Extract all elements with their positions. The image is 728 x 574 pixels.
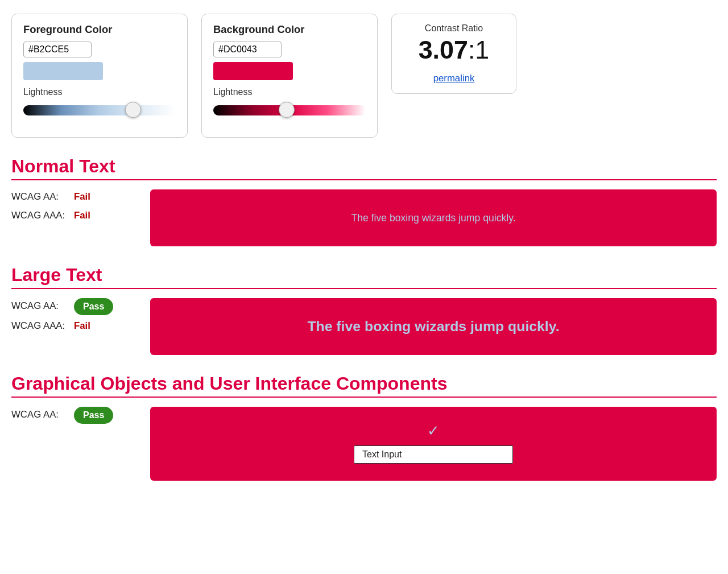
graphical-preview: ✓ <box>150 407 717 481</box>
contrast-suffix: :1 <box>468 35 489 64</box>
large-text-preview-sentence: The five boxing wizards jump quickly. <box>307 319 559 335</box>
normal-wcag-aa-label: WCAG AA: <box>11 189 68 205</box>
normal-wcag-aa-row: WCAG AA: Fail <box>11 189 136 205</box>
foreground-swatch <box>23 62 103 80</box>
contrast-label: Contrast Ratio <box>408 23 500 34</box>
background-lightness-label: Lightness <box>213 87 366 97</box>
graphical-content: WCAG AA: Pass ✓ <box>11 407 717 481</box>
graphical-wcag-aa-label: WCAG AA: <box>11 407 68 423</box>
normal-wcag-aaa-label: WCAG AAA: <box>11 208 68 224</box>
foreground-title: Foreground Color <box>23 23 176 36</box>
normal-text-content: WCAG AA: Fail WCAG AAA: Fail The five bo… <box>11 189 717 246</box>
large-text-wcag-rows: WCAG AA: Pass WCAG AAA: Fail <box>11 298 136 355</box>
foreground-lightness-track <box>23 105 176 115</box>
permalink-link[interactable]: permalink <box>433 73 475 84</box>
large-text-heading: Large Text <box>11 265 717 289</box>
normal-text-preview: The five boxing wizards jump quickly. <box>150 189 717 246</box>
large-text-preview: The five boxing wizards jump quickly. <box>150 298 717 355</box>
foreground-lightness-label: Lightness <box>23 87 176 97</box>
background-lightness-slider[interactable] <box>213 101 366 126</box>
background-panel: Background Color Lightness <box>201 14 378 138</box>
foreground-lightness-thumb[interactable] <box>125 102 141 118</box>
large-wcag-aaa-row: WCAG AAA: Fail <box>11 319 136 334</box>
graphical-heading: Graphical Objects and User Interface Com… <box>11 373 717 398</box>
large-wcag-aaa-result: Fail <box>74 319 90 334</box>
large-wcag-aa-result: Pass <box>74 298 113 315</box>
normal-wcag-aaa-result: Fail <box>74 208 90 224</box>
checkmark-icon: ✓ <box>427 424 440 439</box>
graphical-wcag-aa-result: Pass <box>74 407 113 424</box>
graphical-section: Graphical Objects and User Interface Com… <box>11 373 717 481</box>
background-title: Background Color <box>213 23 366 36</box>
graphical-wcag-rows: WCAG AA: Pass <box>11 407 136 481</box>
large-text-content: WCAG AA: Pass WCAG AAA: Fail The five bo… <box>11 298 717 355</box>
large-wcag-aa-label: WCAG AA: <box>11 299 68 314</box>
contrast-value: 3.07:1 <box>408 36 500 64</box>
normal-wcag-aaa-row: WCAG AAA: Fail <box>11 208 136 224</box>
normal-text-wcag-rows: WCAG AA: Fail WCAG AAA: Fail <box>11 189 136 246</box>
large-text-section: Large Text WCAG AA: Pass WCAG AAA: Fail … <box>11 265 717 355</box>
foreground-panel: Foreground Color Lightness <box>11 14 188 138</box>
normal-text-preview-sentence: The five boxing wizards jump quickly. <box>351 212 515 224</box>
normal-wcag-aa-result: Fail <box>74 189 90 205</box>
background-hex-input[interactable] <box>213 42 282 57</box>
contrast-number: 3.07 <box>419 35 468 64</box>
foreground-hex-input[interactable] <box>23 42 92 57</box>
large-wcag-aa-row: WCAG AA: Pass <box>11 298 136 315</box>
background-lightness-thumb[interactable] <box>279 102 295 118</box>
text-input-demo[interactable] <box>354 445 513 464</box>
normal-text-section: Normal Text WCAG AA: Fail WCAG AAA: Fail… <box>11 156 717 246</box>
foreground-lightness-slider[interactable] <box>23 101 176 126</box>
normal-text-heading: Normal Text <box>11 156 717 180</box>
large-wcag-aaa-label: WCAG AAA: <box>11 319 68 334</box>
color-controls-row: Foreground Color Lightness Background Co… <box>11 14 717 138</box>
contrast-ratio-box: Contrast Ratio 3.07:1 permalink <box>391 14 516 94</box>
graphical-wcag-aa-row: WCAG AA: Pass <box>11 407 136 424</box>
background-swatch <box>213 62 293 80</box>
